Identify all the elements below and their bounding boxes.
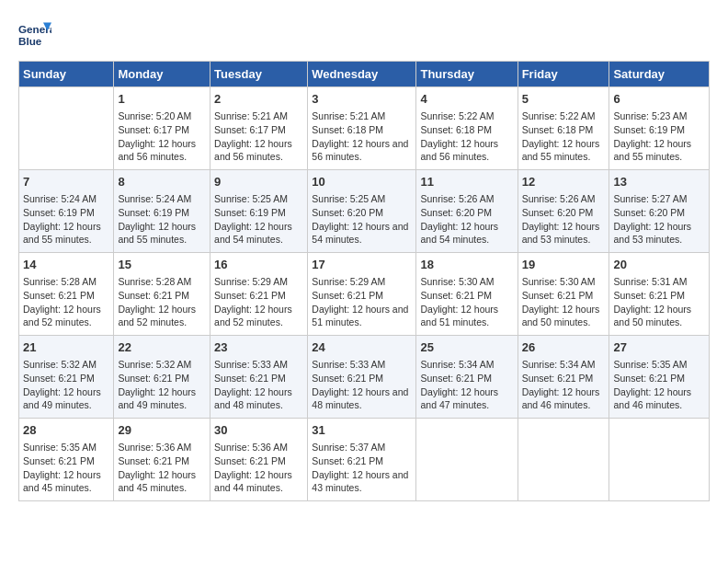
day-number: 27 (613, 339, 705, 356)
calendar-cell: 31Sunrise: 5:37 AMSunset: 6:21 PMDayligh… (308, 419, 416, 501)
calendar-cell (518, 419, 609, 501)
daylight-text: Daylight: 12 hours and 54 minutes. (420, 220, 513, 247)
sunset-text: Sunset: 6:19 PM (118, 206, 206, 220)
calendar-cell (19, 87, 114, 170)
day-number: 9 (214, 174, 303, 190)
sunrise-text: Sunrise: 5:25 AM (214, 192, 303, 206)
weekday-header-tuesday: Tuesday (210, 62, 308, 87)
calendar-cell: 30Sunrise: 5:36 AMSunset: 6:21 PMDayligh… (210, 419, 308, 501)
calendar-cell: 22Sunrise: 5:32 AMSunset: 6:21 PMDayligh… (114, 336, 210, 419)
daylight-text: Daylight: 12 hours and 54 minutes. (214, 220, 303, 247)
sunrise-text: Sunrise: 5:33 AM (312, 358, 412, 372)
sunrise-text: Sunrise: 5:35 AM (613, 358, 705, 372)
sunrise-text: Sunrise: 5:28 AM (23, 275, 109, 289)
sunset-text: Sunset: 6:21 PM (420, 289, 513, 303)
day-number: 7 (23, 174, 109, 190)
daylight-text: Daylight: 12 hours and 53 minutes. (522, 220, 606, 247)
daylight-text: Daylight: 12 hours and 55 minutes. (613, 137, 705, 164)
calendar-cell: 24Sunrise: 5:33 AMSunset: 6:21 PMDayligh… (308, 336, 416, 419)
calendar-cell: 23Sunrise: 5:33 AMSunset: 6:21 PMDayligh… (210, 336, 308, 419)
calendar-cell: 13Sunrise: 5:27 AMSunset: 6:20 PMDayligh… (609, 170, 710, 253)
sunset-text: Sunset: 6:21 PM (118, 372, 206, 385)
sunset-text: Sunset: 6:21 PM (420, 372, 513, 385)
calendar-cell (609, 419, 710, 501)
sunset-text: Sunset: 6:20 PM (420, 206, 513, 220)
sunrise-text: Sunrise: 5:25 AM (312, 192, 412, 206)
weekday-header-wednesday: Wednesday (308, 62, 416, 87)
sunset-text: Sunset: 6:21 PM (613, 289, 705, 303)
svg-text:Blue: Blue (18, 35, 42, 47)
calendar-cell: 26Sunrise: 5:34 AMSunset: 6:21 PMDayligh… (518, 336, 609, 419)
calendar-cell: 27Sunrise: 5:35 AMSunset: 6:21 PMDayligh… (609, 336, 710, 419)
calendar-cell: 17Sunrise: 5:29 AMSunset: 6:21 PMDayligh… (308, 253, 416, 336)
sunset-text: Sunset: 6:20 PM (522, 206, 606, 220)
sunrise-text: Sunrise: 5:30 AM (420, 275, 513, 289)
sunrise-text: Sunrise: 5:23 AM (613, 109, 705, 123)
sunrise-text: Sunrise: 5:32 AM (118, 358, 206, 372)
sunrise-text: Sunrise: 5:30 AM (522, 275, 606, 289)
weekday-header-saturday: Saturday (609, 62, 710, 87)
daylight-text: Daylight: 12 hours and 48 minutes. (312, 385, 412, 412)
calendar-cell: 1Sunrise: 5:20 AMSunset: 6:17 PMDaylight… (114, 87, 210, 170)
sunset-text: Sunset: 6:19 PM (613, 123, 705, 137)
daylight-text: Daylight: 12 hours and 44 minutes. (214, 468, 303, 495)
sunrise-text: Sunrise: 5:21 AM (312, 109, 412, 123)
sunrise-text: Sunrise: 5:27 AM (613, 192, 705, 206)
calendar-cell: 14Sunrise: 5:28 AMSunset: 6:21 PMDayligh… (19, 253, 114, 336)
sunset-text: Sunset: 6:21 PM (312, 454, 412, 468)
daylight-text: Daylight: 12 hours and 55 minutes. (118, 220, 206, 247)
sunrise-text: Sunrise: 5:31 AM (613, 275, 705, 289)
daylight-text: Daylight: 12 hours and 56 minutes. (214, 137, 303, 164)
calendar-cell: 21Sunrise: 5:32 AMSunset: 6:21 PMDayligh… (19, 336, 114, 419)
daylight-text: Daylight: 12 hours and 53 minutes. (613, 220, 705, 247)
calendar-cell: 12Sunrise: 5:26 AMSunset: 6:20 PMDayligh… (518, 170, 609, 253)
sunset-text: Sunset: 6:19 PM (23, 206, 109, 220)
sunset-text: Sunset: 6:21 PM (118, 454, 206, 468)
sunrise-text: Sunrise: 5:28 AM (118, 275, 206, 289)
day-number: 16 (214, 257, 303, 273)
daylight-text: Daylight: 12 hours and 49 minutes. (118, 385, 206, 412)
sunrise-text: Sunrise: 5:22 AM (522, 109, 606, 123)
day-number: 26 (522, 339, 606, 356)
calendar-cell: 16Sunrise: 5:29 AMSunset: 6:21 PMDayligh… (210, 253, 308, 336)
calendar-cell: 7Sunrise: 5:24 AMSunset: 6:19 PMDaylight… (19, 170, 114, 253)
calendar-cell: 28Sunrise: 5:35 AMSunset: 6:21 PMDayligh… (19, 419, 114, 501)
day-number: 19 (522, 257, 606, 273)
day-number: 28 (23, 422, 109, 439)
daylight-text: Daylight: 12 hours and 56 minutes. (312, 137, 412, 164)
daylight-text: Daylight: 12 hours and 46 minutes. (613, 385, 705, 412)
sunset-text: Sunset: 6:17 PM (214, 123, 303, 137)
calendar-cell: 10Sunrise: 5:25 AMSunset: 6:20 PMDayligh… (308, 170, 416, 253)
day-number: 29 (118, 422, 206, 439)
sunset-text: Sunset: 6:21 PM (23, 454, 109, 468)
day-number: 24 (312, 339, 412, 356)
day-number: 8 (118, 174, 206, 190)
sunset-text: Sunset: 6:17 PM (118, 123, 206, 137)
weekday-header-friday: Friday (518, 62, 609, 87)
sunrise-text: Sunrise: 5:32 AM (23, 358, 109, 372)
calendar-cell: 4Sunrise: 5:22 AMSunset: 6:18 PMDaylight… (416, 87, 518, 170)
calendar-cell: 15Sunrise: 5:28 AMSunset: 6:21 PMDayligh… (114, 253, 210, 336)
daylight-text: Daylight: 12 hours and 48 minutes. (214, 385, 303, 412)
day-number: 13 (613, 174, 705, 190)
daylight-text: Daylight: 12 hours and 56 minutes. (420, 137, 513, 164)
day-number: 31 (312, 422, 412, 439)
sunrise-text: Sunrise: 5:21 AM (214, 109, 303, 123)
day-number: 30 (214, 422, 303, 439)
daylight-text: Daylight: 12 hours and 50 minutes. (522, 303, 606, 329)
day-number: 1 (118, 91, 206, 108)
daylight-text: Daylight: 12 hours and 45 minutes. (118, 468, 206, 495)
day-number: 25 (420, 339, 513, 356)
weekday-header-monday: Monday (114, 62, 210, 87)
calendar-cell: 11Sunrise: 5:26 AMSunset: 6:20 PMDayligh… (416, 170, 518, 253)
day-number: 3 (312, 91, 412, 108)
day-number: 4 (420, 91, 513, 108)
daylight-text: Daylight: 12 hours and 52 minutes. (23, 303, 109, 329)
sunset-text: Sunset: 6:21 PM (312, 289, 412, 303)
calendar-table: SundayMondayTuesdayWednesdayThursdayFrid… (18, 61, 710, 501)
sunrise-text: Sunrise: 5:24 AM (118, 192, 206, 206)
weekday-header-thursday: Thursday (416, 62, 518, 87)
sunrise-text: Sunrise: 5:37 AM (312, 441, 412, 454)
daylight-text: Daylight: 12 hours and 56 minutes. (118, 137, 206, 164)
calendar-cell: 25Sunrise: 5:34 AMSunset: 6:21 PMDayligh… (416, 336, 518, 419)
